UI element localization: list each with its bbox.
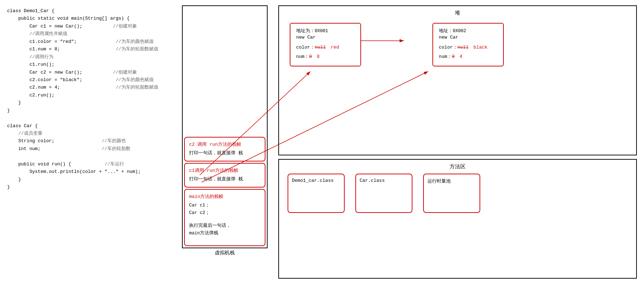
method-boxes: Demo1_car.class Car.class 运行时量池 (284, 174, 631, 213)
runtime-pool-label: 运行时量池 (427, 178, 451, 184)
main-frame: main方法的栈帧 Car c1； Car c2； 执行完最后一句话，main方… (184, 189, 265, 246)
heap-obj2-addr: 地址：0X002 (439, 28, 497, 34)
main-frame-title: main方法的栈帧 (189, 193, 260, 200)
heap-obj2-color-old: null (457, 45, 468, 50)
code-block: class Demo1_Car { public static void mai… (7, 7, 171, 191)
heap-obj1-addr: 地址为：0X001 (296, 28, 355, 34)
c1-frame-title: c1调用 run方法的栈帧 (189, 167, 260, 174)
method-section: 方法区 Demo1_car.class Car.class 运行时量池 (278, 159, 637, 279)
heap-obj2-color: color：null black (439, 43, 497, 52)
heap-obj1-color-old: null (315, 45, 326, 50)
c2-run-frame: c2 调用 run方法的栈帧 打印一句话，就直接弹 栈 (184, 137, 265, 161)
runtime-pool-box: 运行时量池 (423, 174, 480, 213)
c1-run-frame: c1调用 run方法的栈帧 打印一句话，就直接弹 栈 (184, 163, 265, 188)
c1-frame-body: 打印一句话，就直接弹 栈 (189, 176, 260, 183)
method-title: 方法区 (284, 163, 631, 170)
main-frame-body: Car c1； Car c2； 执行完最后一句话，main方法弹栈 (189, 202, 260, 237)
heap-obj2-num-old: 0 (452, 54, 455, 59)
heap-obj1-color: color：null red (296, 43, 355, 52)
heap-section: 堆 地址为：0X001 new Car (278, 5, 637, 155)
heap-obj1-label: new Car (296, 35, 355, 40)
main-frame-c2: Car c2； (189, 209, 260, 217)
c2-frame-body: 打印一句话，就直接弹 栈 (189, 150, 260, 157)
heap-obj2-color-new: black (473, 45, 487, 50)
heap-obj1-num: num：0 8 (296, 52, 355, 61)
car-class-box: Car.class (355, 174, 412, 213)
main-frame-c1: Car c1； (189, 202, 260, 209)
code-panel: class Demo1_Car { public static void mai… (4, 4, 175, 280)
heap-object-1: 地址为：0X001 new Car color：null red num：0 8 (290, 23, 361, 66)
main-frame-last: 执行完最后一句话，main方法弹栈 (189, 222, 260, 238)
heap-obj2-label: new Car (439, 35, 497, 40)
heap-objects: 地址为：0X001 new Car color：null red num：0 8… (283, 19, 633, 70)
demo1-class-label: Demo1_car.class (292, 178, 334, 183)
heap-obj2-num: num：0 4 (439, 52, 497, 61)
heap-object-2: 地址：0X002 new Car color：null black num：0 … (432, 23, 504, 66)
virtmachine-label: 虚拟机栈 (215, 250, 235, 256)
heap-obj1-num-new: 8 (317, 54, 320, 59)
stack-outer: c2 调用 run方法的栈帧 打印一句话，就直接弹 栈 c1调用 run方法的栈… (182, 5, 268, 248)
heap-obj1-color-new: red (331, 45, 339, 50)
demo1-class-box: Demo1_car.class (288, 174, 345, 213)
c2-frame-title: c2 调用 run方法的栈帧 (189, 141, 260, 148)
heap-title: 堆 (283, 10, 633, 16)
right-panel: 堆 地址为：0X001 new Car (275, 4, 640, 280)
car-class-label: Car.class (360, 178, 385, 183)
heap-obj1-num-old: 0 (309, 54, 312, 59)
heap-obj2-num-new: 4 (460, 54, 462, 59)
stack-panel: c2 调用 run方法的栈帧 打印一句话，就直接弹 栈 c1调用 run方法的栈… (175, 4, 275, 280)
